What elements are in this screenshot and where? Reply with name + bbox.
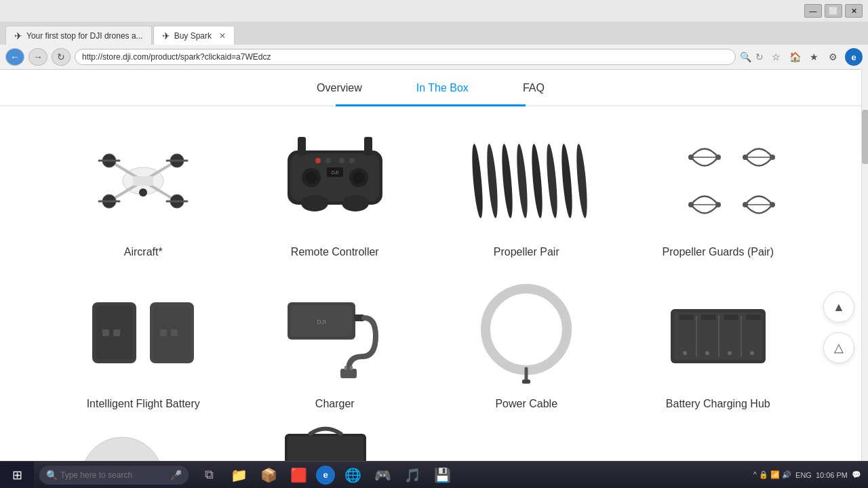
ie-icon[interactable]: e [845,48,863,66]
taskbar-right: ^ 🔒 📶 🔊 ENG 10:06 PM 💬 [753,470,868,479]
svg-rect-17 [298,137,306,156]
task-view-button[interactable]: ⧉ [197,463,221,487]
svg-rect-79 [701,314,716,320]
svg-rect-80 [724,314,738,320]
propeller-guards-image [650,127,786,235]
tab-buy-spark[interactable]: ✈ Buy Spark ✕ [153,26,235,45]
minimize-button[interactable]: — [804,4,822,18]
app1-button[interactable]: 📦 [256,463,281,487]
svg-point-82 [81,437,163,464]
svg-point-75 [705,351,709,355]
product-power-cable[interactable]: Power Cable [437,279,616,410]
back-button[interactable]: ← [5,48,24,66]
product-battery[interactable]: Intelligent Flight Battery [54,279,233,410]
start-button[interactable]: ⊞ [0,462,34,489]
search-box[interactable]: 🔍 🎤 [39,466,189,485]
ie-taskbar-button[interactable]: e [316,466,335,485]
file-explorer-button[interactable]: 📁 [226,463,251,487]
app3-button[interactable]: 🌐 [340,463,365,487]
propeller-guards-label: Propeller Guards (Pair) [663,246,774,258]
home-icon[interactable]: 🏠 [787,49,803,65]
svg-rect-57 [160,329,167,336]
svg-rect-63 [340,369,357,378]
app4-button[interactable]: 🎮 [370,463,395,487]
app5-button[interactable]: 🎵 [400,463,425,487]
remote-controller-image: DJI [267,127,403,235]
svg-point-30 [342,195,369,211]
svg-point-35 [530,144,545,219]
scrollbar[interactable] [861,69,868,462]
maximize-button[interactable]: ⬜ [825,4,842,18]
nav-in-the-box[interactable]: In The Box [416,82,469,105]
taskbar-search-input[interactable] [60,470,167,480]
mic-icon: 🎤 [170,470,182,481]
power-cable-label: Power Cable [495,398,557,410]
svg-point-32 [485,144,500,219]
battery-image [75,279,211,387]
forward-button[interactable]: → [28,48,47,66]
products-section: Aircraft* [0,106,861,485]
browser-icons: ☆ 🏠 ★ ⚙ [768,49,841,65]
svg-point-27 [339,158,344,163]
svg-text:DJI: DJI [332,170,339,175]
site-nav: Overview In The Box FAQ [0,70,861,106]
svg-rect-58 [171,329,178,336]
scroll-down-button[interactable]: △ [823,332,854,363]
svg-rect-64 [344,366,347,370]
notification-icon: 💬 [852,470,861,479]
close-button[interactable]: ✕ [845,4,863,18]
svg-point-25 [315,158,321,163]
tab-icon: ✈ [14,30,22,41]
propeller-pair-label: Propeller Pair [494,246,559,258]
product-charging-hub[interactable]: Battery Charging Hub [629,279,808,410]
product-remote-controller[interactable]: DJI Remote Controller [246,127,425,258]
svg-point-74 [683,351,687,355]
svg-point-29 [301,195,328,211]
scroll-thumb[interactable] [862,110,868,164]
tab-bar: ✈ Your first stop for DJI drones a... ✈ … [0,22,868,45]
address-input[interactable] [75,49,736,65]
scroll-up-button[interactable]: ▲ [823,291,854,323]
aircraft-image [75,127,211,235]
tab-label: Buy Spark [174,31,212,41]
svg-point-34 [515,144,530,219]
search-icon: 🔍 [46,470,58,481]
propeller-pair-image [458,127,594,235]
power-cable-image [458,279,594,387]
product-aircraft[interactable]: Aircraft* [54,127,233,258]
bookmark-icon[interactable]: ☆ [768,49,784,65]
svg-point-22 [353,171,365,184]
charging-hub-image [650,279,786,387]
tab-icon: ✈ [162,30,170,41]
settings-icon[interactable]: ⚙ [825,49,841,65]
star-icon[interactable]: ★ [806,49,822,65]
clock: 10:06 PM [816,471,848,479]
aircraft-label: Aircraft* [124,246,163,258]
svg-point-38 [574,144,589,219]
svg-rect-54 [113,329,120,336]
svg-point-28 [349,158,355,163]
product-propeller-guards[interactable]: Propeller Guards (Pair) [629,127,808,258]
product-propeller-pair[interactable]: Propeller Pair [437,127,616,258]
svg-point-33 [500,144,515,219]
nav-faq[interactable]: FAQ [523,82,545,105]
svg-rect-81 [746,314,761,320]
refresh-button[interactable]: ↻ [52,48,71,66]
tab-dji-store[interactable]: ✈ Your first stop for DJI drones a... [5,26,152,45]
svg-point-37 [559,144,574,219]
window-controls: — ⬜ ✕ [804,4,863,18]
svg-rect-14 [133,176,153,186]
product-charger[interactable]: DJI Charger [246,279,425,410]
tab-label: Your first stop for DJI drones a... [26,31,143,41]
charger-label: Charger [315,398,355,410]
svg-point-26 [326,158,331,163]
svg-rect-84 [288,436,364,462]
svg-point-77 [750,351,754,355]
nav-overview[interactable]: Overview [317,82,362,105]
svg-text:DJI: DJI [317,319,326,325]
app2-button[interactable]: 🟥 [286,463,311,487]
svg-rect-78 [679,314,694,320]
charger-image: DJI [267,279,403,387]
tab-close-icon[interactable]: ✕ [219,31,226,41]
app6-button[interactable]: 💾 [430,463,454,487]
